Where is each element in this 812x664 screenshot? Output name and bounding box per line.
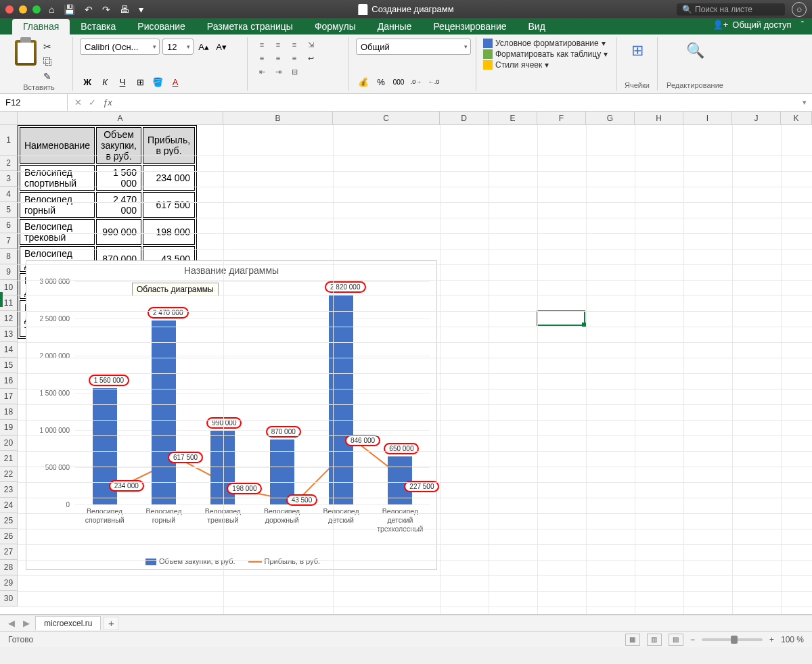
- row-header-16[interactable]: 16: [0, 373, 18, 389]
- row-header-14[interactable]: 14: [0, 342, 18, 358]
- number-format-combo[interactable]: Общий: [356, 39, 471, 55]
- row-header-29[interactable]: 29: [0, 575, 18, 591]
- align-bottom-icon[interactable]: ≡: [287, 39, 302, 51]
- percent-icon[interactable]: %: [374, 74, 388, 89]
- row-header-1[interactable]: 1: [0, 125, 18, 156]
- copy-icon[interactable]: ⿻: [43, 56, 53, 67]
- normal-view-icon[interactable]: ▦: [625, 634, 640, 646]
- minimize-window-icon[interactable]: [19, 5, 27, 14]
- row-header-15[interactable]: 15: [0, 358, 18, 373]
- decrease-decimal-icon[interactable]: ←.0: [426, 74, 441, 89]
- increase-indent-icon[interactable]: ⇥: [271, 66, 286, 78]
- thousands-icon[interactable]: 000: [391, 74, 406, 89]
- tab-formulas[interactable]: Формулы: [304, 19, 367, 34]
- expand-formula-bar-icon[interactable]: ▾: [797, 98, 812, 107]
- home-icon[interactable]: ⌂: [49, 4, 54, 15]
- chart-title[interactable]: Название диаграммы: [26, 261, 436, 276]
- column-header-A[interactable]: A: [18, 112, 223, 125]
- row-header-18[interactable]: 18: [0, 404, 18, 420]
- row-header-7[interactable]: 7: [0, 233, 18, 249]
- share-button[interactable]: 👤+ Общий доступ ˆ: [713, 20, 804, 30]
- decrease-font-icon[interactable]: A▾: [214, 39, 229, 54]
- format-as-table-button[interactable]: Форматировать как таблицу ▾: [483, 49, 610, 59]
- conditional-formatting-button[interactable]: Условное форматирование ▾: [483, 39, 610, 48]
- enter-formula-icon[interactable]: ✓: [89, 97, 96, 108]
- fx-icon[interactable]: ƒx: [103, 97, 112, 108]
- row-header-25[interactable]: 25: [0, 513, 18, 529]
- decrease-indent-icon[interactable]: ⇤: [254, 66, 269, 78]
- more-icon[interactable]: ▾: [139, 4, 143, 15]
- zoom-in-icon[interactable]: +: [769, 635, 774, 644]
- table-header[interactable]: Наименование: [20, 127, 95, 164]
- table-header[interactable]: Прибыль, в руб.: [143, 127, 195, 164]
- row-header-26[interactable]: 26: [0, 529, 18, 544]
- column-header-K[interactable]: K: [781, 112, 812, 125]
- row-header-28[interactable]: 28: [0, 560, 18, 575]
- add-sheet-button[interactable]: +: [104, 617, 118, 630]
- wrap-text-icon[interactable]: ↩: [303, 52, 318, 64]
- chart-plot-area[interactable]: 1 560 000234 0002 470 000617 500990 0001…: [75, 281, 430, 504]
- row-header-17[interactable]: 17: [0, 389, 18, 404]
- row-header-19[interactable]: 19: [0, 420, 18, 435]
- row-header-21[interactable]: 21: [0, 451, 18, 467]
- underline-button[interactable]: Ч: [115, 74, 130, 89]
- tab-draw[interactable]: Рисование: [127, 19, 196, 34]
- increase-decimal-icon[interactable]: .0→: [409, 74, 424, 89]
- paste-button[interactable]: [12, 39, 39, 82]
- tab-home[interactable]: Главная: [12, 19, 70, 34]
- cut-icon[interactable]: ✂: [43, 41, 53, 52]
- align-middle-icon[interactable]: ≡: [271, 39, 286, 51]
- chart-legend[interactable]: Объем закупки, в руб. Прибыль, в руб.: [26, 557, 436, 565]
- row-header-13[interactable]: 13: [0, 327, 18, 342]
- row-header-4[interactable]: 4: [0, 187, 18, 202]
- collapse-ribbon-icon[interactable]: ˆ: [801, 20, 804, 30]
- tab-data[interactable]: Данные: [367, 19, 423, 34]
- orientation-icon[interactable]: ⇲: [303, 39, 318, 51]
- zoom-level[interactable]: 100 %: [781, 635, 804, 644]
- zoom-slider[interactable]: [702, 638, 763, 641]
- row-header-2[interactable]: 2: [0, 156, 18, 171]
- row-header-27[interactable]: 27: [0, 544, 18, 560]
- border-button[interactable]: ⊞: [133, 74, 148, 89]
- row-header-6[interactable]: 6: [0, 218, 18, 233]
- close-window-icon[interactable]: [5, 5, 14, 14]
- row-header-20[interactable]: 20: [0, 435, 18, 451]
- cells-button[interactable]: ⊞: [624, 39, 650, 63]
- zoom-out-icon[interactable]: −: [690, 635, 695, 644]
- font-name-combo[interactable]: Calibri (Осн...: [80, 39, 160, 55]
- format-painter-icon[interactable]: ✎: [43, 71, 53, 82]
- tab-review[interactable]: Рецензирование: [422, 19, 517, 34]
- row-header-9[interactable]: 9: [0, 264, 18, 280]
- worksheet-grid[interactable]: ABCDEFGHIJK 1234567891011121314151617181…: [0, 112, 812, 615]
- column-header-B[interactable]: B: [223, 112, 333, 125]
- bold-button[interactable]: Ж: [80, 74, 95, 89]
- row-header-22[interactable]: 22: [0, 467, 18, 482]
- fill-color-button[interactable]: 🪣: [150, 74, 165, 89]
- currency-icon[interactable]: 💰: [356, 74, 371, 89]
- next-sheet-icon[interactable]: ▶: [20, 618, 32, 628]
- row-header-30[interactable]: 30: [0, 591, 18, 607]
- page-layout-view-icon[interactable]: ▥: [647, 634, 662, 646]
- table-header[interactable]: Объем закупки, в руб.: [96, 127, 141, 164]
- sheet-tab[interactable]: microexcel.ru: [35, 616, 101, 630]
- row-header-8[interactable]: 8: [0, 249, 18, 264]
- undo-icon[interactable]: ↶: [85, 4, 93, 15]
- prev-sheet-icon[interactable]: ◀: [5, 618, 18, 628]
- column-header-J[interactable]: J: [732, 112, 781, 125]
- merge-cells-icon[interactable]: ⊟: [287, 66, 302, 78]
- font-color-button[interactable]: А: [168, 74, 183, 89]
- column-header-G[interactable]: G: [586, 112, 635, 125]
- row-header-23[interactable]: 23: [0, 482, 18, 498]
- align-top-icon[interactable]: ≡: [254, 39, 269, 51]
- column-header-E[interactable]: E: [489, 112, 537, 125]
- chart-bar[interactable]: [152, 321, 176, 504]
- maximize-window-icon[interactable]: [32, 5, 41, 14]
- align-right-icon[interactable]: ≡: [287, 52, 302, 64]
- table-row[interactable]: Велосипед трековый990 000198 000: [20, 219, 195, 245]
- align-left-icon[interactable]: ≡: [254, 52, 269, 64]
- column-header-I[interactable]: I: [683, 112, 732, 125]
- italic-button[interactable]: К: [97, 74, 112, 89]
- row-header-12[interactable]: 12: [0, 311, 18, 327]
- column-header-C[interactable]: C: [333, 112, 440, 125]
- tab-view[interactable]: Вид: [518, 19, 556, 34]
